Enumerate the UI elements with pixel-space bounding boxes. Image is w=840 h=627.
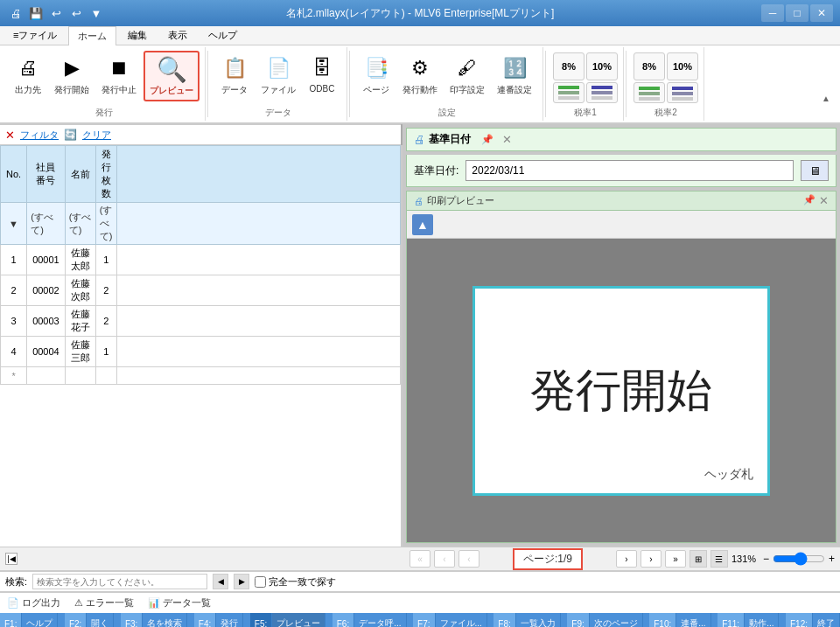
quick-undo[interactable]: ↩: [67, 4, 85, 22]
fkey-f9-label: 次のページ: [590, 613, 643, 627]
serial-settings-label: 連番設定: [497, 84, 532, 96]
tab-file[interactable]: ≡ファイル: [4, 25, 66, 45]
publish-stop-icon: ⏹: [105, 54, 133, 82]
search-next-button[interactable]: ▶: [234, 574, 249, 589]
tax2-8pct-bot[interactable]: [634, 82, 665, 103]
quick-back[interactable]: ↩: [47, 4, 65, 22]
row-nav-first[interactable]: |◀: [5, 553, 18, 565]
tax1-10pct-bot[interactable]: [586, 82, 618, 103]
table-row[interactable]: 2 00002 佐藤 次郎 2: [1, 275, 401, 306]
data-button[interactable]: 📋 データ: [215, 51, 254, 100]
fkey-f6[interactable]: F6: データ呼...: [332, 613, 407, 627]
fkey-f11-label: 動作...: [745, 613, 779, 627]
nav-prev2-button[interactable]: ‹: [458, 550, 480, 568]
fkey-f11[interactable]: F11: 動作...: [718, 613, 779, 627]
tax2-10pct-bot[interactable]: [667, 82, 698, 103]
filter-count[interactable]: (すべて): [95, 203, 116, 245]
fkey-f1[interactable]: F1: ヘルプ: [0, 613, 58, 627]
table-row[interactable]: 1 00001 佐藤 太郎 1: [1, 245, 401, 275]
preview-button[interactable]: 🔍 プレビュー: [144, 51, 200, 101]
zoom-minus-icon: −: [763, 553, 769, 565]
panel-pin-icon[interactable]: 📌: [481, 134, 494, 145]
svg-rect-7: [639, 92, 660, 95]
tab-edit[interactable]: 編集: [118, 25, 157, 45]
data-list-item[interactable]: 📊 データ一覧: [148, 596, 211, 610]
tab-home[interactable]: ホーム: [68, 26, 116, 45]
base-date-input[interactable]: [466, 160, 794, 181]
table-new-row[interactable]: *: [1, 367, 401, 385]
tax1-10pct-top[interactable]: 10%: [586, 52, 618, 80]
maximize-button[interactable]: □: [786, 4, 808, 22]
window-controls[interactable]: ─ □ ✕: [761, 4, 833, 22]
nav-prev-button[interactable]: ‹: [434, 550, 455, 568]
fkey-f5[interactable]: F5: プレビュー: [250, 613, 326, 627]
tab-help[interactable]: ヘルプ: [199, 25, 247, 45]
search-input[interactable]: [32, 574, 207, 589]
error-list-item[interactable]: ⚠ エラー一覧: [74, 596, 134, 610]
filter-id[interactable]: (すべて): [27, 203, 66, 245]
output-dest-button[interactable]: 🖨 出力先: [9, 51, 47, 100]
fkey-f2[interactable]: F2: 開く: [65, 613, 114, 627]
tab-view[interactable]: 表示: [158, 25, 197, 45]
file-button[interactable]: 📄 ファイル: [256, 51, 301, 100]
fkey-f4[interactable]: F4: 発行: [194, 613, 243, 627]
nav-last-button[interactable]: »: [665, 550, 686, 568]
publish-stop-button[interactable]: ⏹ 発行中止: [96, 51, 142, 100]
minimize-button[interactable]: ─: [761, 4, 784, 22]
base-date-input-row: 基準日付: 🖥: [406, 155, 836, 187]
ribbon-group-settings: 📑 ページ ⚙ 発行動作 🖋 印字設定 🔢 連番設定 設定: [352, 47, 543, 121]
panel-close-icon[interactable]: ✕: [502, 133, 512, 146]
window-title: 名札2.mllayx(レイアウト) - MLV6 Enterprise[MLプリ…: [0, 6, 840, 21]
list-view-button[interactable]: ☰: [710, 550, 728, 568]
table-row[interactable]: 4 00004 佐藤 三郎 1: [1, 337, 401, 367]
exact-match-checkbox[interactable]: [255, 576, 266, 588]
clear-label[interactable]: クリア: [82, 129, 111, 142]
grid-view-button[interactable]: ⊞: [690, 550, 707, 568]
close-button[interactable]: ✕: [810, 4, 833, 22]
preview-close-icon[interactable]: ✕: [819, 194, 829, 207]
tax1-8pct-top[interactable]: 8%: [553, 52, 584, 80]
tax2-8pct-top[interactable]: 8%: [634, 52, 665, 80]
filter-name[interactable]: (すべて): [65, 203, 95, 245]
log-output-item[interactable]: 📄 ログ出力: [7, 596, 60, 610]
filter-arrow: ▼: [1, 203, 27, 245]
publish-action-button[interactable]: ⚙ 発行動作: [397, 51, 443, 100]
nav-first-button[interactable]: «: [410, 550, 430, 568]
svg-rect-3: [592, 86, 612, 89]
quick-save[interactable]: 💾: [27, 4, 45, 22]
ribbon-collapse-button[interactable]: ▲: [819, 91, 833, 105]
fkey-f12-label: 終了: [813, 613, 840, 627]
publish-start-button[interactable]: ▶ 発行開始: [49, 51, 94, 100]
nav-next2-button[interactable]: ›: [640, 550, 662, 568]
fkey-f3[interactable]: F3: 名を検索: [121, 613, 187, 627]
page-indicator: ページ:1/9: [513, 548, 583, 570]
new-row-indicator: *: [1, 367, 27, 385]
tax2-10pct-top[interactable]: 10%: [667, 52, 698, 80]
tax1-8pct-bot[interactable]: [553, 82, 584, 103]
col-header-no: No.: [1, 146, 27, 203]
fkey-f12[interactable]: F12: 終了: [786, 613, 840, 627]
preview-pin-icon[interactable]: 📌: [803, 194, 816, 207]
fkey-f7[interactable]: F7: ファイル...: [413, 613, 487, 627]
odbc-button[interactable]: 🗄 ODBC: [303, 51, 341, 97]
row1-no: 1: [1, 245, 27, 275]
preview-up-button[interactable]: ▲: [412, 214, 433, 235]
zoom-slider[interactable]: [773, 553, 825, 565]
quick-more[interactable]: ▼: [88, 4, 105, 22]
title-bar-left: 🖨 💾 ↩ ↩ ▼: [7, 4, 105, 22]
table-row[interactable]: 3 00003 佐藤 花子 2: [1, 306, 401, 337]
fkey-f8[interactable]: F8: 一覧入力: [494, 613, 560, 627]
serial-settings-button[interactable]: 🔢 連番設定: [492, 51, 537, 100]
zoom-plus-icon: +: [829, 553, 835, 565]
fkey-f9[interactable]: F9: 次のページ: [567, 613, 642, 627]
base-date-printer-icon: 🖨: [414, 133, 425, 146]
zoom-value: 131%: [732, 554, 760, 564]
tax1-10pct-bot-label: [590, 84, 614, 101]
search-prev-button[interactable]: ◀: [213, 574, 228, 589]
base-date-monitor-button[interactable]: 🖥: [801, 160, 829, 181]
print-settings-button[interactable]: 🖋 印字設定: [444, 51, 490, 100]
log-output-icon: 📄: [7, 597, 19, 609]
nav-next-button[interactable]: ›: [616, 550, 637, 568]
page-button[interactable]: 📑 ページ: [357, 51, 396, 100]
fkey-f10[interactable]: F10: 連番...: [649, 613, 710, 627]
